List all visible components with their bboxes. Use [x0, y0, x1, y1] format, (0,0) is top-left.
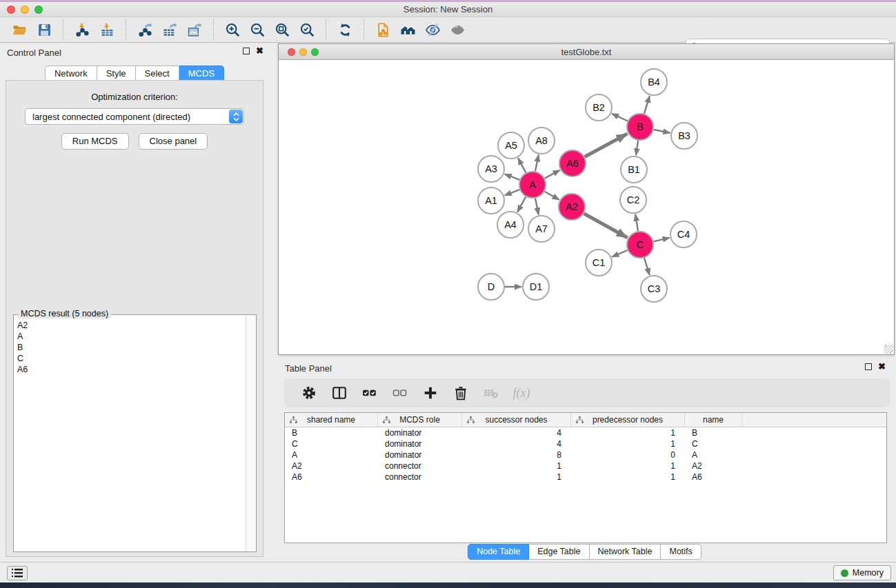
- graph-node-C1[interactable]: C1: [586, 250, 612, 276]
- tab-motifs[interactable]: Motifs: [661, 544, 701, 560]
- graph-node-C4[interactable]: C4: [670, 221, 697, 247]
- table-cell[interactable]: C: [285, 438, 378, 449]
- table-cell[interactable]: 1: [571, 427, 685, 438]
- table-row[interactable]: A6connector11A6: [285, 472, 886, 483]
- graph-edge-C-C4[interactable]: [654, 238, 670, 242]
- graph-node-C[interactable]: C: [627, 232, 653, 258]
- zoom-out-button[interactable]: [245, 19, 270, 41]
- column-header-MCDS-role[interactable]: MCDS role: [378, 413, 462, 427]
- table-cell[interactable]: dominator: [378, 438, 462, 449]
- zoom-in-button[interactable]: [220, 19, 245, 41]
- table-cell[interactable]: A2: [285, 460, 378, 472]
- graph-node-D1[interactable]: D1: [523, 274, 549, 300]
- refresh-button[interactable]: [332, 19, 357, 41]
- table-close-panel-icon[interactable]: ✖: [878, 363, 886, 370]
- tab-network-table[interactable]: Network Table: [590, 544, 661, 560]
- table-float-panel-icon[interactable]: [865, 363, 872, 370]
- graph-node-A4[interactable]: A4: [497, 212, 524, 238]
- network-zoom-button[interactable]: [311, 48, 319, 56]
- table-cell[interactable]: 4: [462, 427, 571, 438]
- close-panel-icon[interactable]: ✖: [256, 48, 263, 54]
- table-row[interactable]: Adominator80A: [285, 449, 886, 460]
- export-image-button[interactable]: [182, 19, 207, 41]
- open-button[interactable]: [7, 19, 32, 41]
- graph-edge-A2-C[interactable]: [584, 214, 628, 238]
- resize-grip[interactable]: [884, 345, 893, 354]
- graph-node-B2[interactable]: B2: [586, 94, 612, 121]
- zoom-fit-button[interactable]: [270, 19, 295, 41]
- graph-node-B4[interactable]: B4: [641, 69, 667, 95]
- task-history-button[interactable]: [7, 566, 28, 580]
- graph-node-B1[interactable]: B1: [621, 156, 647, 183]
- zoom-selected-button[interactable]: [295, 19, 319, 41]
- tab-node-table[interactable]: Node Table: [468, 544, 529, 560]
- network-file-button[interactable]: [370, 19, 395, 41]
- column-header-predecessor-nodes[interactable]: predecessor nodes: [571, 413, 685, 427]
- graph-edge-A-A2[interactable]: [544, 192, 559, 200]
- graph-node-A6[interactable]: A6: [559, 150, 586, 176]
- table-cell[interactable]: dominator: [378, 427, 462, 438]
- column-header-shared-name[interactable]: shared name: [285, 413, 378, 427]
- home-button[interactable]: [395, 19, 420, 41]
- graph-node-A2[interactable]: A2: [559, 194, 585, 220]
- graph-edge-B-B3[interactable]: [654, 130, 670, 133]
- graph-edge-A-A3[interactable]: [505, 174, 520, 180]
- result-scrollbar[interactable]: [246, 316, 255, 551]
- show-graphics-button[interactable]: [445, 19, 470, 41]
- table-row[interactable]: A2connector11A2: [285, 460, 886, 472]
- graph-edge-A-A7[interactable]: [535, 199, 539, 215]
- graph-node-B3[interactable]: B3: [671, 123, 697, 149]
- network-minimize-button[interactable]: [299, 48, 307, 56]
- run-mcds-button[interactable]: Run MCDS: [61, 133, 129, 150]
- export-network-button[interactable]: [132, 19, 157, 41]
- split-panel-button[interactable]: [326, 381, 353, 405]
- save-button[interactable]: [32, 19, 57, 41]
- table-cell[interactable]: C: [685, 438, 742, 449]
- table-cell[interactable]: connector: [378, 472, 462, 483]
- table-cell[interactable]: 1: [462, 460, 571, 472]
- hide-graphics-button[interactable]: [420, 19, 445, 41]
- column-header-successor-nodes[interactable]: successor nodes: [462, 413, 571, 427]
- float-panel-icon[interactable]: [243, 48, 250, 54]
- graph-edge-A-A4[interactable]: [517, 197, 526, 212]
- graph-edge-A6-B[interactable]: [585, 134, 628, 157]
- table-cell[interactable]: 1: [571, 460, 685, 472]
- graph-edge-B-B4[interactable]: [644, 96, 650, 114]
- graph-edge-C-C2[interactable]: [635, 214, 638, 231]
- graph-node-A1[interactable]: A1: [478, 187, 504, 214]
- table-cell[interactable]: 1: [571, 438, 685, 449]
- import-table-button[interactable]: [94, 19, 119, 41]
- graph-edge-A-A6[interactable]: [545, 170, 560, 179]
- graph-node-A7[interactable]: A7: [528, 216, 555, 242]
- graph-edge-C-C1[interactable]: [612, 250, 627, 257]
- result-list-item[interactable]: C: [14, 353, 246, 364]
- table-cell[interactable]: A6: [285, 472, 378, 483]
- export-table-button[interactable]: [157, 19, 182, 41]
- result-list-item[interactable]: A: [14, 331, 246, 342]
- result-list-item[interactable]: B: [14, 342, 246, 353]
- graph-edge-B-B1[interactable]: [636, 141, 638, 155]
- table-cell[interactable]: 1: [462, 472, 571, 483]
- network-view[interactable]: AA1A2A3A4A5A6A7A8BB1B2B3B4CC1C2C3C4DD1: [279, 60, 894, 354]
- criterion-dropdown[interactable]: largest connected component (directed): [25, 108, 244, 125]
- table-cell[interactable]: dominator: [378, 449, 462, 460]
- close-panel-button[interactable]: Close panel: [139, 133, 208, 150]
- graph-node-A5[interactable]: A5: [498, 132, 524, 159]
- graph-node-C3[interactable]: C3: [641, 276, 667, 302]
- graph-edge-A-A8[interactable]: [535, 155, 539, 172]
- network-close-button[interactable]: [288, 48, 295, 56]
- graph-edge-C-C3[interactable]: [644, 258, 650, 275]
- close-button[interactable]: [7, 6, 15, 14]
- graph-node-C2[interactable]: C2: [620, 187, 646, 213]
- table-row[interactable]: Cdominator41C: [285, 438, 886, 449]
- graph-node-A3[interactable]: A3: [478, 156, 504, 182]
- result-list-item[interactable]: A2: [14, 320, 246, 331]
- table-cell[interactable]: A2: [685, 460, 742, 472]
- table-row[interactable]: Bdominator41B: [285, 427, 886, 438]
- graph-node-B[interactable]: B: [627, 114, 653, 140]
- result-list-item[interactable]: A6: [14, 364, 246, 375]
- graph-node-A[interactable]: A: [519, 172, 546, 198]
- graph-node-D[interactable]: D: [478, 274, 504, 300]
- select-all-button[interactable]: [356, 381, 384, 405]
- memory-button[interactable]: Memory: [833, 565, 891, 580]
